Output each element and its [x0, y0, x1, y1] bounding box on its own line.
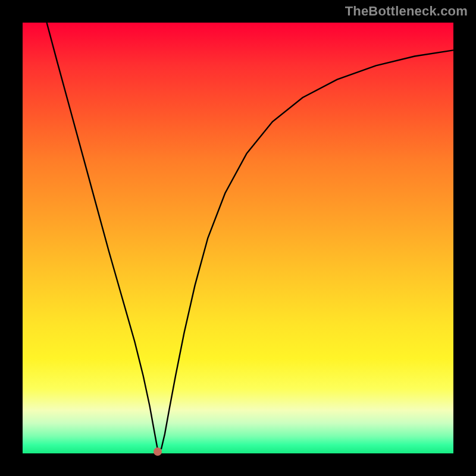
optimum-marker [154, 447, 162, 456]
bottleneck-curve [23, 23, 453, 453]
watermark-text: TheBottleneck.com [345, 4, 468, 19]
chart-plot-area [23, 23, 453, 453]
